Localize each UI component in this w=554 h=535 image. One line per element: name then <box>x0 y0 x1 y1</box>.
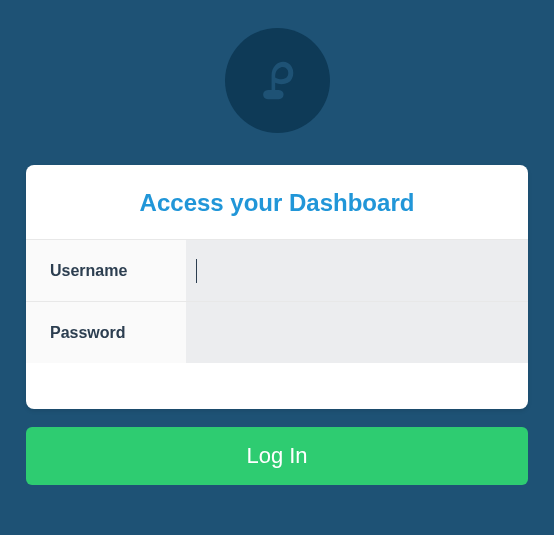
username-label: Username <box>26 240 186 301</box>
password-label: Password <box>26 302 186 363</box>
username-input-wrap <box>186 240 528 301</box>
username-row: Username <box>26 239 528 301</box>
brand-logo <box>225 28 330 133</box>
password-row: Password <box>26 301 528 363</box>
password-input-wrap <box>186 302 528 363</box>
password-input[interactable] <box>186 302 528 363</box>
card-title: Access your Dashboard <box>26 165 528 239</box>
card-spacer <box>26 363 528 409</box>
username-input[interactable] <box>197 240 528 301</box>
loop-icon <box>248 52 306 110</box>
login-card: Access your Dashboard Username Password <box>26 165 528 409</box>
login-button[interactable]: Log In <box>26 427 528 485</box>
